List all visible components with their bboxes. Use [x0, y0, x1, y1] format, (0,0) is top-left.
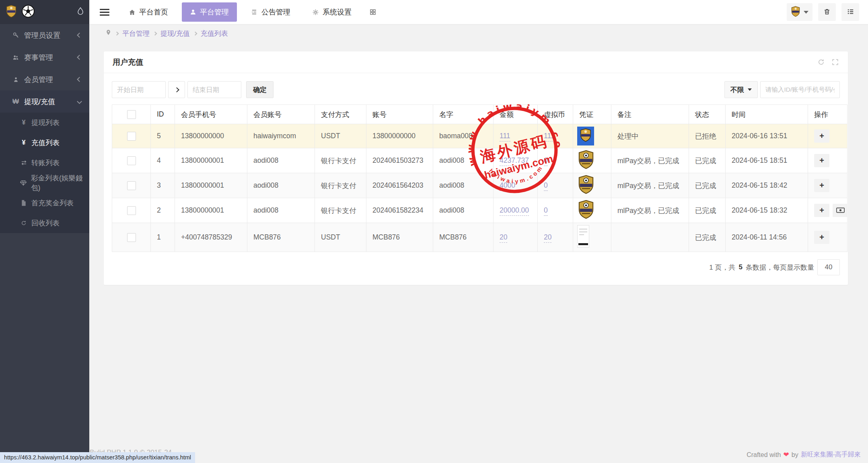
amount-link[interactable]: 4237.737 — [500, 156, 529, 166]
cell-note: mlPay交易，已完成 — [611, 148, 689, 173]
top-nav: 平台首页平台管理公告管理系统设置 — [121, 2, 381, 22]
club-badge-logo — [6, 5, 17, 19]
plus-icon: + — [819, 131, 824, 141]
cell-account: MCB876 — [247, 223, 315, 252]
layout-panel-button[interactable] — [841, 3, 859, 21]
nav-item-2[interactable]: 公告管理 — [243, 2, 298, 22]
cell-phone: 13800000001 — [175, 148, 247, 173]
cell-time: 2024-06-16 13:51 — [726, 124, 808, 148]
row-checkbox[interactable] — [127, 206, 136, 215]
key-icon — [10, 32, 22, 39]
table-row: 213800000001aodi008银行卡支付2024061582234aod… — [112, 198, 847, 223]
page-info-2: 条数据，每页显示数量 — [746, 263, 814, 272]
crafted-footer: Crafted with ❤ by 新旺來集團-高手歸來 — [747, 451, 861, 459]
row-checkbox[interactable] — [127, 233, 136, 242]
amount-link[interactable]: 111 — [500, 132, 510, 141]
date-range-arrow-button[interactable] — [168, 81, 185, 98]
plus-icon: + — [819, 233, 824, 242]
submenu-item-2[interactable]: 转账列表 — [0, 153, 89, 173]
cell-status: 已拒绝 — [689, 124, 726, 148]
expand-row-button[interactable]: + — [814, 179, 829, 192]
fullscreen-icon[interactable] — [831, 58, 839, 66]
end-date-input[interactable] — [187, 81, 241, 98]
home-icon — [129, 9, 136, 16]
column-header: 操作 — [808, 105, 847, 124]
nav-item-0[interactable]: 平台首页 — [121, 2, 176, 22]
cell-id: 5 — [151, 124, 175, 148]
cell-name: aodi008 — [433, 198, 494, 223]
logo-bar — [0, 0, 89, 24]
expand-row-button[interactable]: + — [814, 204, 829, 217]
submenu-item-3[interactable]: 彩金列表(娛樂錢包) — [0, 173, 89, 193]
virtual-coin-link[interactable]: 0 — [544, 181, 548, 191]
sidebar-item-2[interactable]: 会员管理 — [0, 68, 89, 90]
nav-item-1[interactable]: 平台管理 — [182, 2, 237, 22]
filter-row: 确定 不限 — [112, 81, 840, 98]
cell-id: 1 — [151, 223, 175, 252]
cell-pay-method: USDT — [315, 124, 366, 148]
expand-row-button[interactable]: + — [814, 154, 829, 167]
submenu-item-5[interactable]: 回收列表 — [0, 213, 89, 233]
sidebar-item-0[interactable]: 管理员设置 — [0, 24, 89, 46]
crafted-link[interactable]: 新旺來集團-高手歸來 — [801, 451, 861, 459]
sidebar-item-3[interactable]: ₩提现/充值 — [0, 90, 89, 113]
submenu-item-0[interactable]: ¥提现列表 — [0, 113, 89, 133]
avatar-button[interactable] — [787, 3, 812, 21]
amount-link[interactable]: 20000.00 — [500, 206, 529, 216]
amount-link[interactable]: 20 — [500, 233, 507, 243]
droplet-icon[interactable] — [77, 7, 84, 17]
row-checkbox[interactable] — [127, 156, 136, 165]
scope-dropdown[interactable]: 不限 — [724, 81, 758, 98]
chevron-right-icon — [153, 31, 157, 35]
refresh-icon[interactable] — [817, 58, 825, 66]
sidebar-item-1[interactable]: 赛事管理 — [0, 46, 89, 68]
select-all-checkbox[interactable] — [127, 110, 136, 119]
voucher-image-receipt[interactable] — [577, 225, 589, 248]
virtual-coin-link[interactable]: 0 — [544, 206, 548, 216]
column-header: ID — [151, 105, 175, 124]
cell-phone: 13800000001 — [175, 173, 247, 198]
virtual-coin-link[interactable]: 111 — [544, 132, 555, 141]
file-icon — [19, 200, 29, 206]
cell-status: 已完成 — [689, 223, 726, 252]
column-header: 支付方式 — [315, 105, 366, 124]
amount-link[interactable]: 4000 — [500, 181, 515, 191]
status-url-bar: https://463.2.haiwaiym14.top/public/mats… — [0, 452, 195, 463]
card-header: 用户充值 — [104, 51, 848, 73]
start-date-input[interactable] — [112, 81, 166, 98]
hamburger-icon[interactable] — [100, 7, 109, 17]
row-checkbox[interactable] — [127, 132, 136, 141]
virtual-coin-link[interactable]: 20 — [544, 233, 551, 243]
cell-pay-account: 2024061564203 — [366, 173, 433, 198]
breadcrumb-items: 平台管理提现/充值充值列表 — [115, 29, 228, 38]
expand-row-button[interactable]: + — [814, 129, 829, 143]
search-input[interactable] — [760, 81, 840, 98]
cell-status: 已完成 — [689, 148, 726, 173]
nav-item-3[interactable]: 系统设置 — [304, 2, 360, 22]
recharge-table: ID会员手机号会员账号支付方式账号名字金额虚拟币凭证备注状态时间操作 51380… — [112, 104, 847, 252]
breadcrumb-link-0[interactable]: 平台管理 — [122, 29, 150, 38]
submenu-item-4[interactable]: 首充奖金列表 — [0, 193, 89, 213]
expand-row-button[interactable]: + — [814, 231, 829, 244]
voucher-image-gold-badge[interactable] — [577, 163, 595, 171]
user-recharge-card: 用户充值 确定 — [104, 51, 848, 285]
cash-action-button[interactable] — [833, 204, 847, 217]
column-header: 凭证 — [573, 105, 611, 124]
breadcrumb-link-2[interactable]: 充值列表 — [201, 29, 228, 38]
row-checkbox[interactable] — [127, 181, 136, 190]
nav-item-4[interactable] — [365, 4, 381, 20]
chevron-down-icon — [77, 99, 82, 104]
virtual-coin-link[interactable]: 0 — [544, 156, 548, 166]
trash-button[interactable] — [818, 3, 836, 21]
chevron-right-icon — [115, 31, 119, 35]
submenu-item-1[interactable]: ¥充值列表 — [0, 133, 89, 153]
chevron-left-icon — [77, 77, 82, 82]
voucher-image-gold-badge[interactable] — [577, 188, 595, 196]
confirm-button[interactable]: 确定 — [246, 81, 274, 98]
voucher-image-gold-badge[interactable] — [577, 213, 595, 221]
plus-icon: + — [819, 181, 824, 190]
page-size-input[interactable] — [817, 259, 840, 275]
sidebar-submenu: ¥提现列表¥充值列表转账列表彩金列表(娛樂錢包)首充奖金列表回收列表 — [0, 113, 89, 233]
voucher-image-blue-badge[interactable] — [577, 127, 594, 145]
breadcrumb-link-1[interactable]: 提现/充值 — [160, 29, 190, 38]
